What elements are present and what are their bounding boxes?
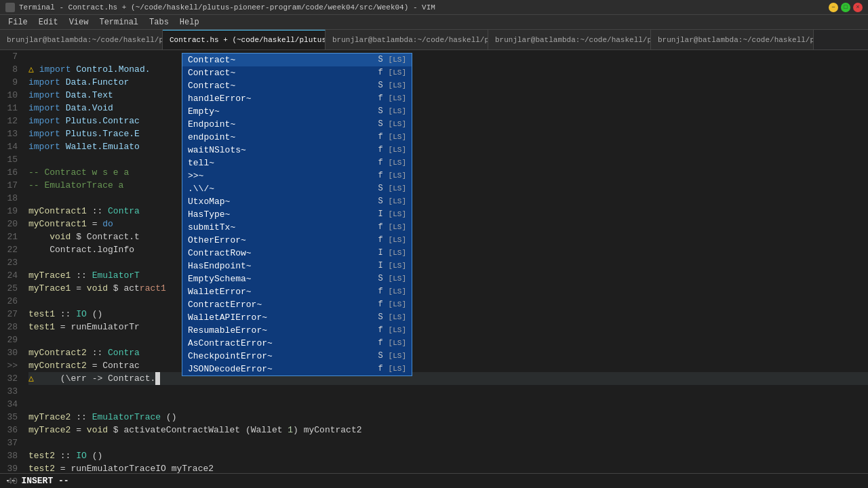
code-line-15 (28, 153, 868, 166)
ac-item-24[interactable]: JSONDecodeError~ f [LS] (182, 363, 412, 375)
code-line-34 (28, 398, 868, 411)
code-line-33 (28, 385, 868, 398)
code-line-22: Contract.logInfo (28, 243, 868, 256)
code-line-16: -- Contract w s e a (28, 166, 868, 179)
ac-item-3[interactable]: handleError~ f [LS] (182, 92, 412, 105)
line-num-28: 28 (0, 321, 18, 333)
line-num-30: 30 (0, 346, 18, 359)
cursor (155, 372, 160, 385)
code-line-14: import Wallet.Emulato (28, 140, 868, 153)
line-num-14: 14 (0, 140, 18, 153)
ac-item-13[interactable]: submitTx~ f [LS] (182, 221, 412, 234)
autocomplete-dropdown[interactable]: Contract~ S [LS] Contract~ f [LS] Contra… (182, 53, 412, 376)
line-num-13: 13 (0, 127, 18, 140)
code-line-27: test1 :: IO () (28, 308, 868, 321)
code-content[interactable]: △ import Control.Monad. import Data.Func… (23, 50, 868, 473)
code-line-11: import Data.Void (28, 102, 868, 115)
code-line-29 (28, 333, 868, 346)
line-num-12: 12 (0, 115, 18, 127)
line-num-7: 7 (0, 50, 18, 63)
window-controls[interactable]: − □ × (829, 3, 863, 12)
ac-item-21[interactable]: ResumableError~ f [LS] (182, 324, 412, 337)
ac-item-12[interactable]: HasType~ I [LS] (182, 208, 412, 221)
line-num-23: 23 (0, 256, 18, 269)
line-num-38: 38 (0, 449, 18, 462)
ac-item-19[interactable]: ContractError~ f [LS] (182, 298, 412, 311)
tab-4[interactable]: brunjlar@batlambda:~/code/haskell/plutus… (651, 30, 814, 49)
ac-item-20[interactable]: WalletAPIError~ S [LS] (182, 311, 412, 324)
line-num-32: 32 (0, 372, 18, 385)
tab-bar: brunjlar@batlambda:~/code/haskell/plutus… (0, 30, 868, 50)
ac-item-23[interactable]: CheckpointError~ S [LS] (182, 350, 412, 363)
ac-item-6[interactable]: endpoint~ f [LS] (182, 131, 412, 144)
line-num-35: 35 (0, 411, 18, 424)
code-line-31: myContract2 = Contrac (28, 359, 868, 372)
ac-item-18[interactable]: WalletError~ f [LS] (182, 285, 412, 298)
ac-item-4[interactable]: Empty~ S [LS] (182, 105, 412, 118)
ac-item-15[interactable]: ContractRow~ I [LS] (182, 247, 412, 260)
line-num-21: 21 (0, 230, 18, 243)
line-num-22: 22 (0, 243, 18, 256)
tab-1[interactable]: Contract.hs + (~code/haskell/plutus-pion… (163, 30, 326, 49)
line-num-40: 40 (0, 475, 18, 488)
code-line-13: import Plutus.Trace.E (28, 127, 868, 140)
code-line-10: import Data.Text (28, 89, 868, 102)
ac-item-1[interactable]: Contract~ f [LS] (182, 66, 412, 79)
ac-item-7[interactable]: waitNSlots~ f [LS] (182, 144, 412, 157)
ac-item-17[interactable]: EmptySchema~ S [LS] (182, 272, 412, 285)
code-line-30: myContract2 :: Contra (28, 346, 868, 359)
code-line-17: -- EmulatorTrace a (28, 179, 868, 192)
line-num-25: 25 (0, 282, 18, 295)
warn-icon-8: △ (28, 63, 39, 76)
line-num-27: 27 (0, 308, 18, 321)
menu-file[interactable]: File (3, 16, 33, 28)
menu-edit[interactable]: Edit (33, 16, 64, 28)
code-line-28: test1 = runEmulatorTr (28, 321, 868, 333)
line-numbers: 7 8 9 10 11 12 13 14 15 16 17 18 19 20 2… (0, 50, 23, 473)
line-num-31: >> (0, 359, 18, 372)
menu-help[interactable]: Help (174, 16, 205, 28)
line-num-10: 10 (0, 89, 18, 102)
menu-tabs[interactable]: Tabs (144, 16, 174, 28)
code-line-37 (28, 436, 868, 449)
ac-item-8[interactable]: tell~ f [LS] (182, 157, 412, 169)
code-line-24: myTrace1 :: EmulatorT (28, 269, 868, 282)
line-num-9: 9 (0, 76, 18, 89)
menu-terminal[interactable]: Terminal (94, 16, 144, 28)
line-num-24: 24 (0, 269, 18, 282)
code-line-7 (28, 50, 868, 63)
line-num-18: 18 (0, 192, 18, 205)
ac-item-10[interactable]: .\\/~ S [LS] (182, 182, 412, 195)
line-num-8: 8 (0, 63, 18, 76)
ac-item-0[interactable]: Contract~ S [LS] (182, 54, 412, 66)
close-button[interactable]: × (853, 3, 863, 12)
line-num-33: 33 (0, 385, 18, 398)
maximize-button[interactable]: □ (841, 3, 850, 12)
line-num-29: 29 (0, 333, 18, 346)
code-line-35: myTrace2 :: EmulatorTrace () (28, 411, 868, 424)
code-line-12: import Plutus.Contrac (28, 115, 868, 127)
title-bar: Terminal - Contract.hs + (~/code/haskell… (0, 0, 868, 15)
ac-item-14[interactable]: OtherError~ f [LS] (182, 234, 412, 247)
tab-3[interactable]: brunjlar@batlambda:~/code/haskell/plutus… (488, 30, 651, 49)
line-num-11: 11 (0, 102, 18, 115)
menu-bar: File Edit View Terminal Tabs Help (0, 15, 868, 30)
code-line-21: void $ Contract.t (28, 230, 868, 243)
menu-view[interactable]: View (64, 16, 94, 28)
minimize-button[interactable]: − (829, 3, 838, 12)
line-num-26: 26 (0, 295, 18, 308)
ac-item-5[interactable]: Endpoint~ S [LS] (182, 118, 412, 131)
code-line-23 (28, 256, 868, 269)
ac-item-22[interactable]: AsContractError~ f [LS] (182, 337, 412, 350)
ac-item-9[interactable]: >>~ f [LS] (182, 169, 412, 182)
code-line-9: import Data.Functor (28, 76, 868, 89)
ac-item-11[interactable]: UtxoMap~ S [LS] (182, 195, 412, 208)
ac-item-16[interactable]: HasEndpoint~ I [LS] (182, 260, 412, 272)
code-line-18 (28, 192, 868, 205)
ac-item-2[interactable]: Contract~ S [LS] (182, 79, 412, 92)
line-num-15: 15 (0, 153, 18, 166)
bottom-bar: -- INSERT -- (0, 473, 868, 488)
line-num-17: 17 (0, 179, 18, 192)
tab-0[interactable]: brunjlar@batlambda:~/code/haskell/plutus… (0, 30, 163, 49)
tab-2[interactable]: brunjlar@batlambda:~/code/haskell/plutus… (326, 30, 488, 49)
